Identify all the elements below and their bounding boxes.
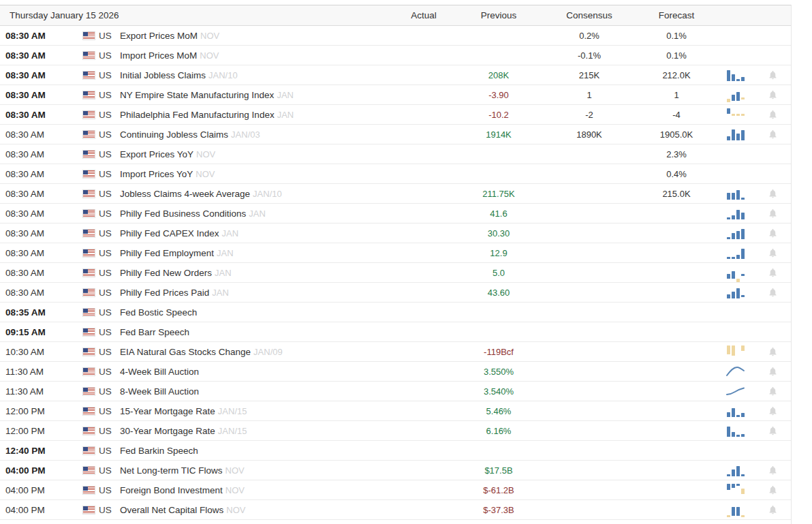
- sparkline-cell[interactable]: [717, 247, 755, 259]
- bell-cell[interactable]: [755, 425, 791, 436]
- sparkline-cell[interactable]: [717, 89, 755, 101]
- event-name[interactable]: Export Prices MoM: [120, 31, 198, 41]
- bell-cell[interactable]: [755, 70, 791, 80]
- bell-cell[interactable]: [755, 287, 791, 298]
- bell-cell[interactable]: [755, 188, 791, 199]
- bell-icon[interactable]: [768, 70, 778, 80]
- event-name[interactable]: Philly Fed CAPEX Index: [120, 228, 219, 238]
- bell-icon[interactable]: [768, 504, 778, 515]
- event-link[interactable]: 30-Year Mortgage RateJAN/15: [120, 426, 392, 436]
- event-link[interactable]: Philly Fed New OrdersJAN: [120, 268, 392, 278]
- bell-icon[interactable]: [768, 228, 778, 238]
- event-name[interactable]: Continuing Jobless Claims: [120, 129, 228, 140]
- event-link[interactable]: Philly Fed EmploymentJAN: [120, 248, 392, 258]
- sparkline-cell[interactable]: [717, 266, 755, 279]
- event-link[interactable]: Foreign Bond InvestmentNOV: [120, 485, 392, 495]
- bell-icon[interactable]: [768, 346, 778, 357]
- sparkline-chart-icon[interactable]: [727, 405, 745, 417]
- bell-icon[interactable]: [768, 405, 778, 416]
- sparkline-cell[interactable]: [717, 464, 755, 476]
- event-link[interactable]: 4-Week Bill Auction: [120, 367, 392, 377]
- sparkline-cell[interactable]: [717, 227, 755, 239]
- event-name[interactable]: 15-Year Mortgage Rate: [120, 406, 215, 416]
- event-name[interactable]: Import Prices MoM: [120, 50, 197, 61]
- sparkline-cell[interactable]: [717, 504, 755, 516]
- bell-cell[interactable]: [755, 109, 791, 120]
- bell-icon[interactable]: [768, 425, 778, 436]
- sparkline-chart-icon[interactable]: [725, 385, 746, 397]
- bell-icon[interactable]: [768, 465, 778, 476]
- bell-cell[interactable]: [755, 405, 791, 416]
- event-name[interactable]: Overall Net Capital Flows: [120, 505, 223, 515]
- sparkline-chart-icon[interactable]: [727, 464, 745, 476]
- event-link[interactable]: EIA Natural Gas Stocks ChangeJAN/09: [120, 347, 392, 357]
- sparkline-cell[interactable]: [717, 365, 755, 377]
- sparkline-cell[interactable]: [717, 108, 755, 121]
- sparkline-cell[interactable]: [717, 69, 755, 81]
- bell-cell[interactable]: [755, 484, 791, 495]
- sparkline-cell[interactable]: [717, 207, 755, 219]
- bell-icon[interactable]: [768, 129, 778, 140]
- event-link[interactable]: Initial Jobless ClaimsJAN/10: [120, 70, 392, 80]
- bell-icon[interactable]: [768, 287, 778, 298]
- bell-cell[interactable]: [755, 129, 791, 140]
- event-link[interactable]: Overall Net Capital FlowsNOV: [120, 505, 392, 515]
- sparkline-cell[interactable]: [717, 286, 755, 298]
- sparkline-chart-icon[interactable]: [727, 247, 745, 259]
- sparkline-chart-icon[interactable]: [727, 128, 745, 140]
- event-link[interactable]: Net Long-term TIC FlowsNOV: [120, 465, 392, 476]
- event-name[interactable]: Philadelphia Fed Manufacturing Index: [120, 110, 275, 120]
- event-name[interactable]: Import Prices YoY: [120, 169, 193, 179]
- event-name[interactable]: NY Empire State Manufacturing Index: [120, 90, 274, 100]
- bell-cell[interactable]: [755, 89, 791, 100]
- sparkline-chart-icon[interactable]: [727, 207, 745, 219]
- event-name[interactable]: 30-Year Mortgage Rate: [120, 426, 215, 436]
- event-name[interactable]: 4-Week Bill Auction: [120, 367, 199, 377]
- bell-cell[interactable]: [755, 465, 791, 476]
- sparkline-cell[interactable]: [717, 405, 755, 417]
- event-name[interactable]: Export Prices YoY: [120, 149, 193, 159]
- event-link[interactable]: Philly Fed Business ConditionsJAN: [120, 209, 392, 219]
- event-link[interactable]: Philly Fed CAPEX IndexJAN: [120, 228, 392, 238]
- event-link[interactable]: 15-Year Mortgage RateJAN/15: [120, 406, 392, 416]
- event-link[interactable]: Continuing Jobless ClaimsJAN/03: [120, 129, 392, 140]
- event-name[interactable]: Fed Bostic Speech: [120, 307, 197, 318]
- sparkline-chart-icon[interactable]: [727, 484, 745, 496]
- bell-icon[interactable]: [768, 109, 778, 120]
- bell-icon[interactable]: [768, 89, 778, 100]
- bell-cell[interactable]: [755, 386, 791, 397]
- bell-icon[interactable]: [768, 247, 778, 258]
- event-link[interactable]: Fed Bostic Speech: [120, 307, 392, 318]
- sparkline-chart-icon[interactable]: [727, 187, 745, 200]
- event-name[interactable]: Philly Fed New Orders: [120, 268, 212, 278]
- sparkline-chart-icon[interactable]: [727, 108, 745, 121]
- event-link[interactable]: 8-Week Bill Auction: [120, 386, 392, 397]
- event-link[interactable]: Export Prices YoYNOV: [120, 149, 392, 159]
- event-link[interactable]: Philly Fed Prices PaidJAN: [120, 288, 392, 298]
- sparkline-chart-icon[interactable]: [727, 266, 745, 279]
- event-name[interactable]: Fed Barkin Speech: [120, 446, 198, 456]
- sparkline-cell[interactable]: [717, 484, 755, 496]
- event-name[interactable]: Philly Fed Business Conditions: [120, 209, 246, 219]
- event-name[interactable]: Fed Barr Speech: [120, 327, 189, 337]
- event-name[interactable]: Philly Fed Prices Paid: [120, 288, 209, 298]
- bell-icon[interactable]: [768, 208, 778, 219]
- bell-icon[interactable]: [768, 484, 778, 495]
- bell-cell[interactable]: [755, 208, 791, 219]
- bell-cell[interactable]: [755, 366, 791, 377]
- sparkline-chart-icon[interactable]: [727, 227, 745, 239]
- event-link[interactable]: Jobless Claims 4-week AverageJAN/10: [120, 189, 392, 199]
- bell-icon[interactable]: [768, 267, 778, 278]
- event-link[interactable]: Export Prices MoMNOV: [120, 31, 392, 41]
- event-name[interactable]: Initial Jobless Claims: [120, 70, 206, 80]
- sparkline-chart-icon[interactable]: [727, 345, 745, 358]
- sparkline-cell[interactable]: [717, 345, 755, 358]
- sparkline-chart-icon[interactable]: [727, 425, 745, 437]
- event-name[interactable]: Foreign Bond Investment: [120, 485, 223, 495]
- bell-icon[interactable]: [768, 188, 778, 199]
- sparkline-cell[interactable]: [717, 128, 755, 140]
- event-name[interactable]: EIA Natural Gas Stocks Change: [120, 347, 251, 357]
- sparkline-chart-icon[interactable]: [727, 286, 745, 298]
- event-name[interactable]: Jobless Claims 4-week Average: [120, 189, 250, 199]
- bell-icon[interactable]: [768, 366, 778, 377]
